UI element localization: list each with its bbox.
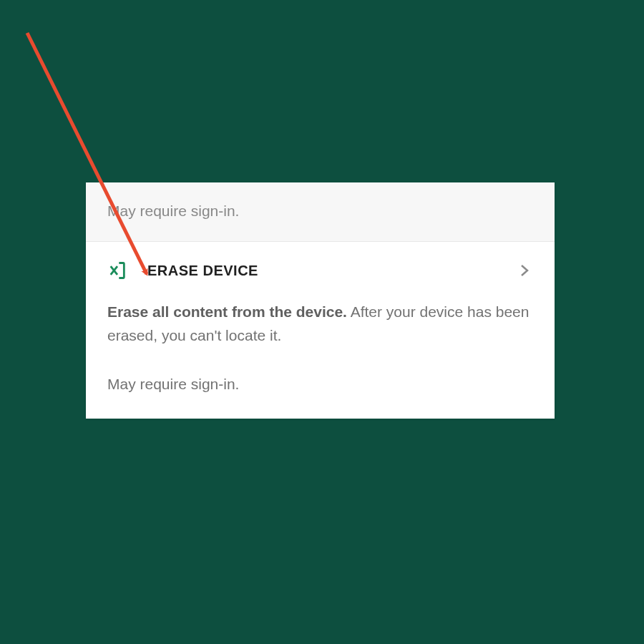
erase-description: Erase all content from the device. After… [107, 301, 533, 347]
chevron-right-icon [516, 262, 533, 279]
top-section: May require sign-in. [86, 182, 555, 242]
erase-title: ERASE DEVICE [147, 263, 496, 279]
erase-section[interactable]: ERASE DEVICE Erase all content from the … [86, 242, 555, 419]
erase-description-bold: Erase all content from the device. [107, 303, 347, 320]
device-card: May require sign-in. ERASE DEVICE Erase … [86, 182, 555, 419]
erase-header-row[interactable]: ERASE DEVICE [107, 260, 533, 280]
top-signin-note: May require sign-in. [107, 203, 533, 220]
erase-signin-note: May require sign-in. [107, 376, 533, 393]
erase-device-icon [107, 260, 127, 280]
